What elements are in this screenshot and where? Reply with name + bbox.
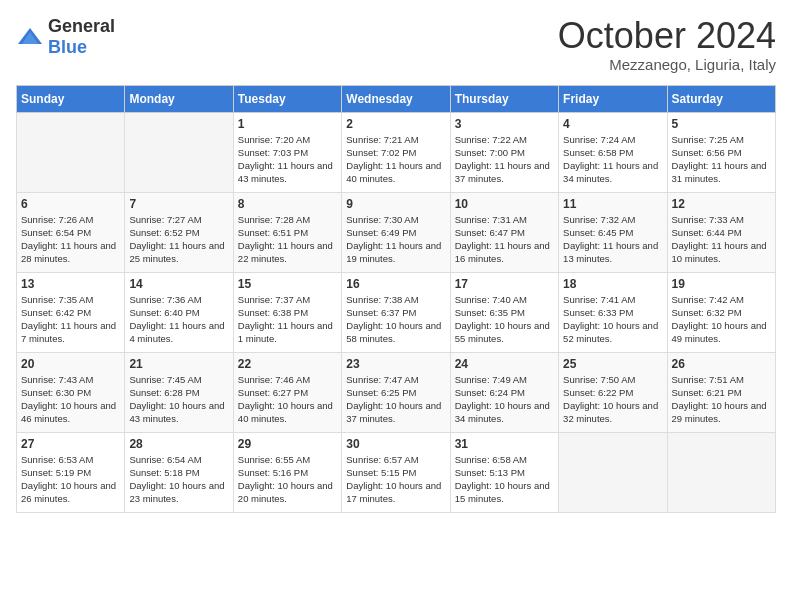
day-info: Sunrise: 7:27 AMSunset: 6:52 PMDaylight:… — [129, 213, 228, 266]
day-info: Sunrise: 7:41 AMSunset: 6:33 PMDaylight:… — [563, 293, 662, 346]
day-number: 3 — [455, 117, 554, 131]
day-number: 23 — [346, 357, 445, 371]
day-number: 15 — [238, 277, 337, 291]
day-number: 4 — [563, 117, 662, 131]
calendar-cell: 16Sunrise: 7:38 AMSunset: 6:37 PMDayligh… — [342, 272, 450, 352]
day-number: 6 — [21, 197, 120, 211]
day-number: 2 — [346, 117, 445, 131]
day-number: 11 — [563, 197, 662, 211]
calendar-cell: 23Sunrise: 7:47 AMSunset: 6:25 PMDayligh… — [342, 352, 450, 432]
header-day-friday: Friday — [559, 85, 667, 112]
day-number: 14 — [129, 277, 228, 291]
day-info: Sunrise: 7:32 AMSunset: 6:45 PMDaylight:… — [563, 213, 662, 266]
day-number: 22 — [238, 357, 337, 371]
day-number: 27 — [21, 437, 120, 451]
calendar-cell: 15Sunrise: 7:37 AMSunset: 6:38 PMDayligh… — [233, 272, 341, 352]
day-info: Sunrise: 7:42 AMSunset: 6:32 PMDaylight:… — [672, 293, 771, 346]
day-info: Sunrise: 6:55 AMSunset: 5:16 PMDaylight:… — [238, 453, 337, 506]
day-number: 29 — [238, 437, 337, 451]
day-info: Sunrise: 7:28 AMSunset: 6:51 PMDaylight:… — [238, 213, 337, 266]
calendar-cell: 20Sunrise: 7:43 AMSunset: 6:30 PMDayligh… — [17, 352, 125, 432]
day-info: Sunrise: 7:36 AMSunset: 6:40 PMDaylight:… — [129, 293, 228, 346]
calendar-body: 1Sunrise: 7:20 AMSunset: 7:03 PMDaylight… — [17, 112, 776, 512]
day-info: Sunrise: 7:38 AMSunset: 6:37 PMDaylight:… — [346, 293, 445, 346]
day-info: Sunrise: 7:46 AMSunset: 6:27 PMDaylight:… — [238, 373, 337, 426]
calendar-cell — [559, 432, 667, 512]
calendar-week-3: 13Sunrise: 7:35 AMSunset: 6:42 PMDayligh… — [17, 272, 776, 352]
day-info: Sunrise: 6:53 AMSunset: 5:19 PMDaylight:… — [21, 453, 120, 506]
calendar-cell — [667, 432, 775, 512]
day-info: Sunrise: 7:47 AMSunset: 6:25 PMDaylight:… — [346, 373, 445, 426]
location-title: Mezzanego, Liguria, Italy — [558, 56, 776, 73]
header-row: SundayMondayTuesdayWednesdayThursdayFrid… — [17, 85, 776, 112]
day-info: Sunrise: 7:22 AMSunset: 7:00 PMDaylight:… — [455, 133, 554, 186]
header-day-thursday: Thursday — [450, 85, 558, 112]
calendar-cell: 7Sunrise: 7:27 AMSunset: 6:52 PMDaylight… — [125, 192, 233, 272]
logo-text: General Blue — [48, 16, 115, 58]
day-info: Sunrise: 7:37 AMSunset: 6:38 PMDaylight:… — [238, 293, 337, 346]
calendar-cell: 24Sunrise: 7:49 AMSunset: 6:24 PMDayligh… — [450, 352, 558, 432]
calendar-cell: 13Sunrise: 7:35 AMSunset: 6:42 PMDayligh… — [17, 272, 125, 352]
calendar-cell: 30Sunrise: 6:57 AMSunset: 5:15 PMDayligh… — [342, 432, 450, 512]
calendar-header: SundayMondayTuesdayWednesdayThursdayFrid… — [17, 85, 776, 112]
day-number: 16 — [346, 277, 445, 291]
header-day-tuesday: Tuesday — [233, 85, 341, 112]
calendar-cell: 27Sunrise: 6:53 AMSunset: 5:19 PMDayligh… — [17, 432, 125, 512]
calendar-week-1: 1Sunrise: 7:20 AMSunset: 7:03 PMDaylight… — [17, 112, 776, 192]
page-header: General Blue October 2024 Mezzanego, Lig… — [16, 16, 776, 73]
calendar-cell: 1Sunrise: 7:20 AMSunset: 7:03 PMDaylight… — [233, 112, 341, 192]
calendar-cell — [17, 112, 125, 192]
calendar-cell: 22Sunrise: 7:46 AMSunset: 6:27 PMDayligh… — [233, 352, 341, 432]
header-day-wednesday: Wednesday — [342, 85, 450, 112]
logo-icon — [16, 26, 44, 48]
day-info: Sunrise: 6:58 AMSunset: 5:13 PMDaylight:… — [455, 453, 554, 506]
header-day-sunday: Sunday — [17, 85, 125, 112]
day-number: 8 — [238, 197, 337, 211]
day-info: Sunrise: 7:43 AMSunset: 6:30 PMDaylight:… — [21, 373, 120, 426]
day-info: Sunrise: 7:25 AMSunset: 6:56 PMDaylight:… — [672, 133, 771, 186]
day-info: Sunrise: 7:26 AMSunset: 6:54 PMDaylight:… — [21, 213, 120, 266]
day-info: Sunrise: 7:50 AMSunset: 6:22 PMDaylight:… — [563, 373, 662, 426]
calendar-cell: 3Sunrise: 7:22 AMSunset: 7:00 PMDaylight… — [450, 112, 558, 192]
day-number: 21 — [129, 357, 228, 371]
day-number: 24 — [455, 357, 554, 371]
calendar-cell: 6Sunrise: 7:26 AMSunset: 6:54 PMDaylight… — [17, 192, 125, 272]
day-info: Sunrise: 7:21 AMSunset: 7:02 PMDaylight:… — [346, 133, 445, 186]
calendar-cell: 8Sunrise: 7:28 AMSunset: 6:51 PMDaylight… — [233, 192, 341, 272]
calendar-cell: 19Sunrise: 7:42 AMSunset: 6:32 PMDayligh… — [667, 272, 775, 352]
day-number: 18 — [563, 277, 662, 291]
day-number: 20 — [21, 357, 120, 371]
day-info: Sunrise: 7:20 AMSunset: 7:03 PMDaylight:… — [238, 133, 337, 186]
day-info: Sunrise: 6:57 AMSunset: 5:15 PMDaylight:… — [346, 453, 445, 506]
month-title: October 2024 — [558, 16, 776, 56]
header-day-saturday: Saturday — [667, 85, 775, 112]
day-number: 13 — [21, 277, 120, 291]
calendar-cell: 26Sunrise: 7:51 AMSunset: 6:21 PMDayligh… — [667, 352, 775, 432]
calendar-table: SundayMondayTuesdayWednesdayThursdayFrid… — [16, 85, 776, 513]
calendar-cell: 18Sunrise: 7:41 AMSunset: 6:33 PMDayligh… — [559, 272, 667, 352]
calendar-cell: 29Sunrise: 6:55 AMSunset: 5:16 PMDayligh… — [233, 432, 341, 512]
calendar-cell: 28Sunrise: 6:54 AMSunset: 5:18 PMDayligh… — [125, 432, 233, 512]
day-info: Sunrise: 6:54 AMSunset: 5:18 PMDaylight:… — [129, 453, 228, 506]
calendar-cell: 5Sunrise: 7:25 AMSunset: 6:56 PMDaylight… — [667, 112, 775, 192]
calendar-week-2: 6Sunrise: 7:26 AMSunset: 6:54 PMDaylight… — [17, 192, 776, 272]
calendar-cell: 14Sunrise: 7:36 AMSunset: 6:40 PMDayligh… — [125, 272, 233, 352]
day-info: Sunrise: 7:31 AMSunset: 6:47 PMDaylight:… — [455, 213, 554, 266]
day-info: Sunrise: 7:30 AMSunset: 6:49 PMDaylight:… — [346, 213, 445, 266]
calendar-cell — [125, 112, 233, 192]
calendar-cell: 17Sunrise: 7:40 AMSunset: 6:35 PMDayligh… — [450, 272, 558, 352]
day-number: 10 — [455, 197, 554, 211]
day-info: Sunrise: 7:24 AMSunset: 6:58 PMDaylight:… — [563, 133, 662, 186]
calendar-cell: 31Sunrise: 6:58 AMSunset: 5:13 PMDayligh… — [450, 432, 558, 512]
day-info: Sunrise: 7:45 AMSunset: 6:28 PMDaylight:… — [129, 373, 228, 426]
header-day-monday: Monday — [125, 85, 233, 112]
calendar-cell: 12Sunrise: 7:33 AMSunset: 6:44 PMDayligh… — [667, 192, 775, 272]
logo: General Blue — [16, 16, 115, 58]
calendar-cell: 2Sunrise: 7:21 AMSunset: 7:02 PMDaylight… — [342, 112, 450, 192]
day-number: 19 — [672, 277, 771, 291]
day-number: 31 — [455, 437, 554, 451]
day-number: 5 — [672, 117, 771, 131]
day-info: Sunrise: 7:33 AMSunset: 6:44 PMDaylight:… — [672, 213, 771, 266]
day-info: Sunrise: 7:51 AMSunset: 6:21 PMDaylight:… — [672, 373, 771, 426]
day-number: 12 — [672, 197, 771, 211]
